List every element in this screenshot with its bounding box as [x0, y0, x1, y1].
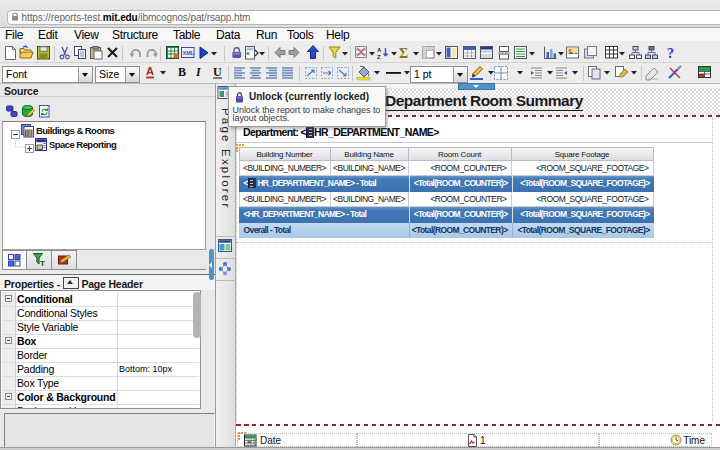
svg-text:XML: XML — [183, 50, 195, 56]
svg-text:?: ? — [667, 46, 674, 61]
svg-text:I: I — [195, 65, 202, 79]
svg-text:A: A — [377, 47, 382, 53]
svg-text:Z: Z — [377, 54, 381, 60]
svg-text:Σ: Σ — [399, 46, 408, 61]
svg-text:B: B — [178, 65, 186, 79]
svg-text:A: A — [146, 65, 154, 77]
svg-text:U: U — [213, 65, 222, 79]
